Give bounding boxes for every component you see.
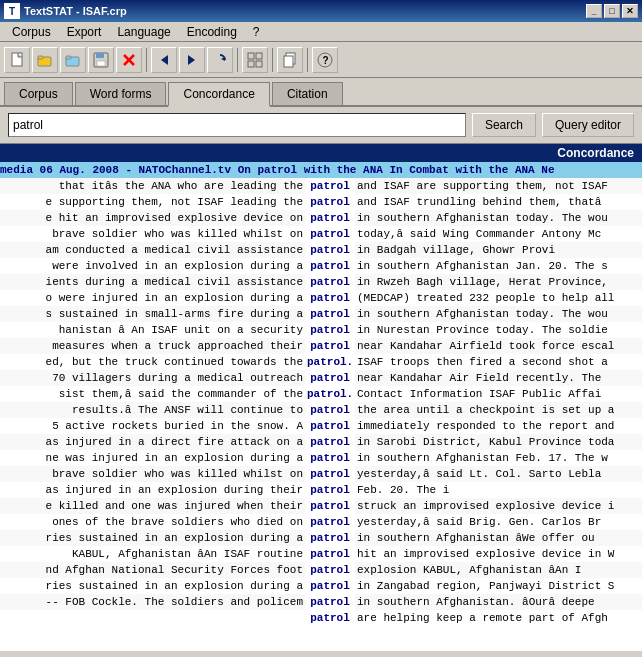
concordance-row[interactable]: ries sustained in an explosion during a … (0, 578, 642, 594)
menu-language[interactable]: Language (109, 23, 178, 41)
conc-left-cell: nd Afghan National Security Forces foot (0, 562, 305, 578)
menu-corpus[interactable]: Corpus (4, 23, 59, 41)
close-button[interactable]: ✕ (622, 4, 638, 18)
conc-left-cell: o were injured in an explosion during a (0, 290, 305, 306)
conc-keyword-cell: patrol (305, 258, 355, 274)
conc-right-cell: Feb. 20. The i (355, 482, 642, 498)
open-button[interactable] (32, 47, 58, 73)
conc-keyword-cell: patrol (305, 418, 355, 434)
tab-wordforms[interactable]: Word forms (75, 82, 167, 105)
menu-bar: Corpus Export Language Encoding ? (0, 22, 642, 42)
tab-corpus[interactable]: Corpus (4, 82, 73, 105)
conc-right-cell: immediately responded to the report and (355, 418, 642, 434)
conc-right-cell: in Rwzeh Bagh village, Herat Province, (355, 274, 642, 290)
concordance-row[interactable]: patrol are helping keep a remote part of… (0, 610, 642, 626)
conc-left-cell (0, 610, 305, 626)
svg-rect-16 (256, 61, 262, 67)
conc-left-cell: that itâs the ANA who are leading the (0, 178, 305, 194)
search-bar: Search Query editor (0, 107, 642, 144)
conc-keyword-cell: patrol (305, 482, 355, 498)
concordance-row[interactable]: measures when a truck approached their p… (0, 338, 642, 354)
concordance-row[interactable]: as injured in an explosion during their … (0, 482, 642, 498)
svg-text:?: ? (323, 55, 329, 66)
help-button[interactable]: ? (312, 47, 338, 73)
concordance-row[interactable]: nd Afghan National Security Forces foot … (0, 562, 642, 578)
back-button[interactable] (151, 47, 177, 73)
conc-right-cell: Contact Information ISAF Public Affai (355, 386, 642, 402)
concordance-row[interactable]: hanistan â An ISAF unit on a security pa… (0, 322, 642, 338)
conc-keyword-cell: patrol (305, 306, 355, 322)
conc-right-cell: in Badgah village, Ghowr Provi (355, 242, 642, 258)
concordance-table[interactable]: media 06 Aug. 2008 - NATOChannel.tv On p… (0, 162, 642, 651)
app-icon: T (4, 3, 20, 19)
conc-keyword-cell: patrol. (305, 354, 355, 370)
conc-left-cell: as injured in an explosion during their (0, 482, 305, 498)
conc-right-cell: in southern Afghanistan. âOurâ deepe (355, 594, 642, 610)
menu-export[interactable]: Export (59, 23, 110, 41)
conc-right-cell: in southern Afghanistan âWe offer ou (355, 530, 642, 546)
concordance-row[interactable]: ne was injured in an explosion during a … (0, 450, 642, 466)
concordance-row[interactable]: 5 active rockets buried in the snow. A p… (0, 418, 642, 434)
conc-keyword-cell: patrol (305, 546, 355, 562)
conc-left-cell: were involved in an explosion during a (0, 258, 305, 274)
search-input[interactable] (8, 113, 466, 137)
concordance-row[interactable]: am conducted a medical civil assistance … (0, 242, 642, 258)
menu-help[interactable]: ? (245, 23, 268, 41)
minimize-button[interactable]: _ (586, 4, 602, 18)
search-button[interactable]: Search (472, 113, 536, 137)
conc-left-cell: measures when a truck approached their (0, 338, 305, 354)
tab-citation[interactable]: Citation (272, 82, 343, 105)
concordance-row[interactable]: ients during a medical civil assistance … (0, 274, 642, 290)
concordance-row[interactable]: ones of the brave soldiers who died on p… (0, 514, 642, 530)
conc-right-cell: near Kandahar Airfield took force escal (355, 338, 642, 354)
conc-left-cell: 5 active rockets buried in the snow. A (0, 418, 305, 434)
conc-right-cell: and ISAF trundling behind them, thatâ (355, 194, 642, 210)
tab-concordance[interactable]: Concordance (168, 82, 269, 107)
conc-left-cell: ed, but the truck continued towards the (0, 354, 305, 370)
query-editor-button[interactable]: Query editor (542, 113, 634, 137)
maximize-button[interactable]: □ (604, 4, 620, 18)
conc-keyword-cell: patrol (305, 274, 355, 290)
conc-keyword-cell: patrol (305, 450, 355, 466)
concordance-row[interactable]: sist them,â said the commander of the pa… (0, 386, 642, 402)
menu-encoding[interactable]: Encoding (179, 23, 245, 41)
conc-left-cell: brave soldier who was killed whilst on (0, 466, 305, 482)
conc-left-cell: -- FOB Cockle. The soldiers and policem (0, 594, 305, 610)
concordance-row[interactable]: s sustained in small-arms fire during a … (0, 306, 642, 322)
save-button[interactable] (88, 47, 114, 73)
conc-keyword-cell: patrol (305, 562, 355, 578)
concordance-row[interactable]: brave soldier who was killed whilst on p… (0, 466, 642, 482)
concordance-header: Concordance (0, 144, 642, 162)
conc-keyword-cell: patrol. (305, 386, 355, 402)
delete-button[interactable] (116, 47, 142, 73)
title-bar: T TextSTAT - ISAF.crp _ □ ✕ (0, 0, 642, 22)
conc-keyword-cell: patrol (305, 194, 355, 210)
concordance-row[interactable]: were involved in an explosion during a p… (0, 258, 642, 274)
concordance-row[interactable]: as injured in a direct fire attack on a … (0, 434, 642, 450)
grid-button[interactable] (242, 47, 268, 73)
concordance-row[interactable]: 70 villagers during a medical outreach p… (0, 370, 642, 386)
concordance-row[interactable]: that itâs the ANA who are leading the pa… (0, 178, 642, 194)
concordance-row[interactable]: e hit an improvised explosive device on … (0, 210, 642, 226)
concordance-row[interactable]: ries sustained in an explosion during a … (0, 530, 642, 546)
conc-left-cell: KABUL, Afghanistan âAn ISAF routine (0, 546, 305, 562)
concordance-row[interactable]: KABUL, Afghanistan âAn ISAF routine patr… (0, 546, 642, 562)
conc-right-cell: yesterday,â said Lt. Col. Sarto Lebla (355, 466, 642, 482)
concordance-row[interactable]: ed, but the truck continued towards the … (0, 354, 642, 370)
concordance-row[interactable]: -- FOB Cockle. The soldiers and policem … (0, 594, 642, 610)
concordance-row[interactable]: o were injured in an explosion during a … (0, 290, 642, 306)
concordance-row[interactable]: e supporting them, not ISAF leading the … (0, 194, 642, 210)
copy-button[interactable] (277, 47, 303, 73)
conc-left-cell: e killed and one was injured when their (0, 498, 305, 514)
concordance-row[interactable]: brave soldier who was killed whilst on p… (0, 226, 642, 242)
concordance-row[interactable]: e killed and one was injured when their … (0, 498, 642, 514)
toolbar: ? (0, 42, 642, 78)
concordance-row[interactable]: results.â The ANSF will continue to patr… (0, 402, 642, 418)
refresh-button[interactable] (207, 47, 233, 73)
new-button[interactable] (4, 47, 30, 73)
concordance-area: Concordance media 06 Aug. 2008 - NATOCha… (0, 144, 642, 651)
forward-button[interactable] (179, 47, 205, 73)
open2-button[interactable] (60, 47, 86, 73)
concordance-row[interactable]: media 06 Aug. 2008 - NATOChannel.tv On p… (0, 162, 642, 178)
svg-rect-6 (96, 53, 104, 58)
